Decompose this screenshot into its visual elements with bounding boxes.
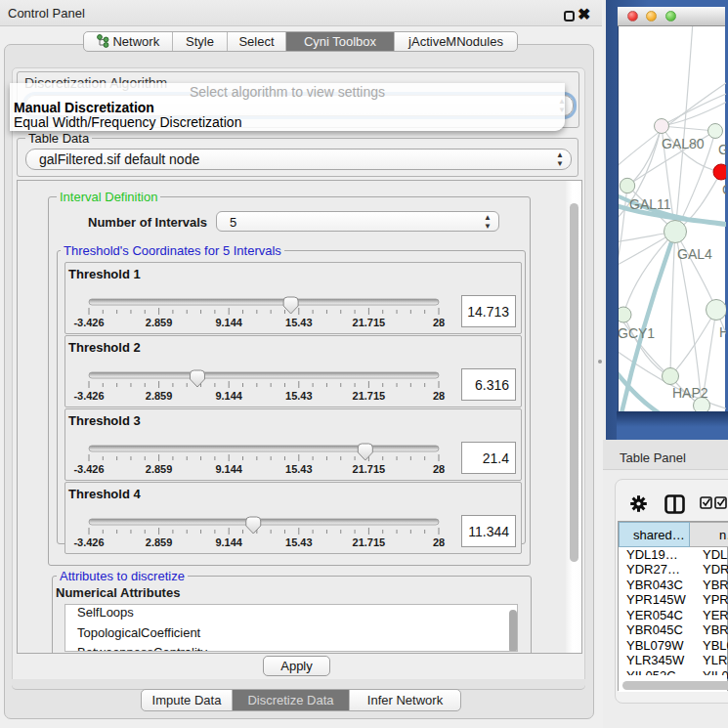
svg-text:21.715: 21.715 (353, 390, 386, 402)
svg-text:9.144: 9.144 (215, 390, 242, 402)
svg-text:15.43: 15.43 (285, 390, 313, 402)
svg-text:-3.426: -3.426 (73, 536, 104, 548)
svg-text:9.144: 9.144 (215, 536, 242, 548)
svg-text:2.859: 2.859 (146, 536, 173, 548)
svg-text:2.859: 2.859 (146, 390, 173, 402)
svg-text:GAL: GAL (718, 142, 726, 157)
svg-text:21.715: 21.715 (353, 536, 386, 548)
svg-text:2.859: 2.859 (146, 317, 173, 328)
svg-text:2.859: 2.859 (146, 463, 173, 475)
svg-text:GCY1: GCY1 (619, 325, 655, 341)
svg-text:CA: CA (722, 182, 726, 197)
svg-text:HAP2: HAP2 (672, 385, 708, 401)
svg-text:28: 28 (433, 536, 445, 548)
svg-text:28: 28 (433, 390, 445, 402)
svg-text:-3.426: -3.426 (73, 317, 104, 328)
svg-text:HIS: HIS (719, 324, 726, 340)
svg-text:-3.426: -3.426 (73, 390, 104, 402)
svg-text:28: 28 (433, 317, 445, 328)
svg-text:15.43: 15.43 (285, 317, 313, 328)
svg-text:GAL11: GAL11 (629, 196, 671, 212)
svg-text:28: 28 (433, 463, 445, 475)
svg-text:15.43: 15.43 (285, 463, 313, 475)
svg-text:GAL80: GAL80 (662, 136, 705, 151)
svg-text:15.43: 15.43 (285, 536, 313, 548)
svg-text:-3.426: -3.426 (73, 463, 104, 475)
svg-text:21.715: 21.715 (353, 317, 386, 328)
svg-text:9.144: 9.144 (215, 463, 242, 475)
svg-text:21.715: 21.715 (353, 463, 386, 475)
svg-text:9.144: 9.144 (215, 317, 242, 328)
svg-text:GAL4: GAL4 (677, 246, 712, 262)
